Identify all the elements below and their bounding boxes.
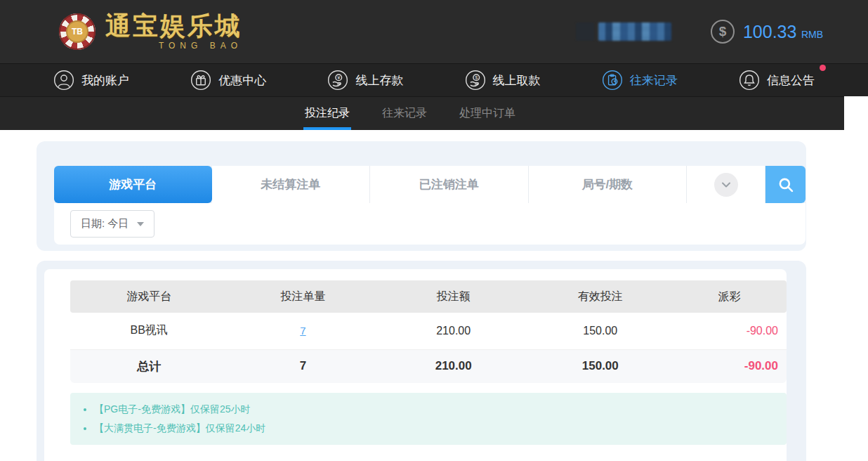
subnav-tab-transaction-records[interactable]: 往来记录: [381, 97, 428, 130]
nav-label: 线上存款: [355, 72, 403, 89]
search-button[interactable]: [765, 166, 805, 203]
date-filter-dropdown[interactable]: 日期: 今日: [70, 210, 154, 238]
filter-card: 游戏平台 未结算注单 已注销注单 局号/期数 日期: 今日: [37, 141, 806, 251]
total-bet-amount: 210.00: [379, 349, 529, 383]
subnav-label: 投注纪录: [305, 106, 350, 121]
balance-display[interactable]: $ 100.33 RMB: [711, 20, 823, 44]
total-label: 总计: [70, 349, 228, 383]
chevron-down-icon: [721, 179, 732, 190]
withdraw-icon: $: [465, 70, 486, 91]
report-card: 游戏平台 投注单量 投注额 有效投注 派彩 BB视讯 7 210.00 150.…: [37, 261, 806, 461]
gift-icon: [190, 70, 211, 91]
tab-label: 游戏平台: [109, 176, 157, 193]
retention-notes: 【PG电子-免费游戏】仅保留25小时 【大满贯电子-免费游戏】仅保留24小时: [70, 393, 787, 445]
balance-amount: 100.33: [743, 22, 796, 41]
nav-item-withdraw[interactable]: $ 线上取款: [465, 70, 541, 91]
cell-valid-bet: 150.00: [529, 313, 672, 349]
col-payout: 派彩: [672, 280, 787, 313]
total-valid-bet: 150.00: [529, 349, 672, 383]
chip-monogram: TB: [66, 20, 88, 43]
search-icon: [777, 176, 795, 194]
tab-label: 已注销注单: [419, 176, 479, 193]
filter-tabs: 游戏平台 未结算注单 已注销注单 局号/期数: [54, 166, 805, 203]
col-bet-amount: 投注额: [379, 280, 529, 313]
tab-label: 未结算注单: [261, 176, 320, 193]
tab-label: 局号/期数: [581, 176, 633, 193]
nav-label: 线上取款: [493, 72, 541, 89]
records-subnav: 投注纪录 往来记录 处理中订单: [0, 96, 844, 130]
note-item: 【PG电子-免费游戏】仅保留25小时: [94, 400, 787, 419]
nav-item-announcements[interactable]: 信息公告: [739, 70, 815, 91]
casino-chip-icon: TB: [59, 13, 96, 50]
brand-name-en: TONG BAO: [105, 41, 242, 51]
nav-label: 往来记录: [630, 72, 678, 89]
nav-label: 优惠中心: [218, 72, 266, 89]
subnav-tab-bet-records[interactable]: 投注纪录: [303, 97, 351, 130]
caret-down-icon: [137, 222, 144, 226]
total-bet-count: 7: [228, 349, 378, 383]
tab-unsettled-bets[interactable]: 未结算注单: [212, 166, 371, 203]
nav-item-deposit[interactable]: ¥ 线上存款: [327, 70, 403, 91]
subnav-label: 处理中订单: [459, 106, 515, 121]
bet-summary-table: 游戏平台 投注单量 投注额 有效投注 派彩 BB视讯 7 210.00 150.…: [70, 280, 787, 383]
bet-count-link[interactable]: 7: [300, 325, 305, 337]
subnav-label: 往来记录: [382, 106, 427, 121]
main-navbar: 我的账户 优惠中心 ¥ 线上存款 $ 线上取款: [0, 63, 868, 96]
total-payout: -90.00: [672, 349, 787, 383]
deposit-icon: ¥: [327, 70, 348, 91]
balance-currency: RMB: [801, 29, 823, 40]
bell-icon: [739, 70, 760, 91]
col-bet-count: 投注单量: [228, 280, 378, 313]
table-total-row: 总计 7 210.00 150.00 -90.00: [70, 349, 787, 383]
top-header: TB 通宝娱乐城 TONG BAO $ 100.33 RMB: [0, 0, 868, 63]
tab-game-platform[interactable]: 游戏平台: [54, 166, 212, 203]
nav-item-my-account[interactable]: 我的账户: [53, 70, 129, 91]
filter-content-row: 日期: 今日: [54, 203, 805, 245]
user-icon: [53, 70, 74, 91]
nav-label: 信息公告: [767, 72, 815, 89]
user-account-area[interactable]: [576, 22, 671, 41]
subnav-tab-processing-orders[interactable]: 处理中订单: [458, 97, 517, 130]
page-content: 游戏平台 未结算注单 已注销注单 局号/期数 日期: 今日: [0, 130, 868, 461]
nav-item-transaction-records[interactable]: 往来记录: [602, 70, 678, 91]
tab-round-number[interactable]: 局号/期数: [529, 166, 688, 203]
avatar: [576, 22, 594, 41]
report-inner: 游戏平台 投注单量 投注额 有效投注 派彩 BB视讯 7 210.00 150.…: [44, 269, 787, 461]
nav-item-promotions[interactable]: 优惠中心: [190, 70, 266, 91]
more-tabs-button[interactable]: [687, 166, 765, 203]
note-item: 【大满贯电子-免费游戏】仅保留24小时: [94, 419, 787, 438]
col-game-platform: 游戏平台: [70, 280, 228, 313]
brand-name: 通宝娱乐城: [105, 13, 242, 39]
cell-bet-amount: 210.00: [379, 313, 529, 349]
dollar-circle-icon: $: [711, 20, 735, 44]
cell-platform: BB视讯: [70, 313, 228, 349]
username-redacted: [598, 22, 671, 41]
brand-logo[interactable]: TB 通宝娱乐城 TONG BAO: [59, 13, 242, 51]
notification-dot: [820, 65, 826, 71]
date-filter-label: 日期: 今日: [81, 217, 129, 230]
records-icon: [602, 70, 623, 91]
table-header-row: 游戏平台 投注单量 投注额 有效投注 派彩: [70, 280, 787, 313]
table-row: BB视讯 7 210.00 150.00 -90.00: [70, 313, 787, 349]
cell-payout: -90.00: [672, 313, 787, 349]
col-valid-bet: 有效投注: [529, 280, 672, 313]
tab-cancelled-bets[interactable]: 已注销注单: [370, 166, 529, 203]
nav-label: 我的账户: [81, 72, 129, 89]
